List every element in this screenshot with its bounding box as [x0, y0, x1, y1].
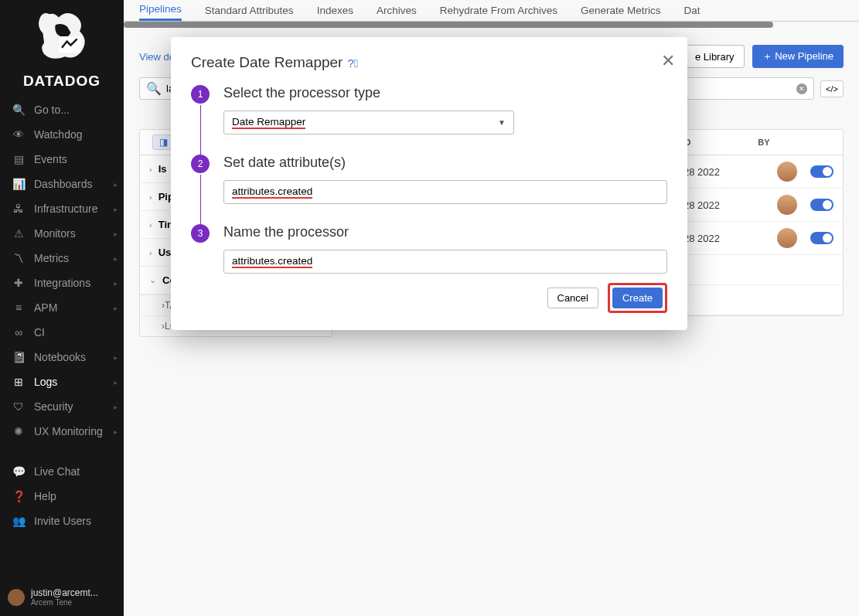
nav-help[interactable]: ❓Help: [0, 484, 124, 509]
nav-label: Logs: [34, 376, 57, 388]
tab-standard-attributes[interactable]: Standard Attributes: [205, 5, 294, 21]
nav-label: Help: [34, 490, 56, 502]
chevron-right-icon: ▸: [114, 427, 118, 436]
button-label: New Pipeline: [775, 50, 833, 62]
nav-events[interactable]: ▤Events: [0, 147, 124, 172]
step-2: 2 Set date attribute(s) attributes.creat…: [191, 155, 667, 204]
tab-pipelines[interactable]: Pipelines: [139, 3, 182, 21]
nav-label: Monitors: [34, 227, 76, 240]
create-highlight: Create: [608, 283, 667, 313]
tab-generate-metrics[interactable]: Generate Metrics: [581, 5, 661, 21]
brand-name: DATADOG: [0, 73, 124, 90]
nav-security[interactable]: 🛡Security▸: [0, 394, 124, 419]
user-email: justin@arcemt...: [31, 588, 98, 598]
chevron-down-icon: ▼: [498, 118, 506, 127]
nav-goto[interactable]: 🔍Go to...: [0, 97, 124, 122]
processor-name-input[interactable]: attributes.created: [223, 250, 667, 274]
processor-type-select[interactable]: Date Remapper ▼: [223, 111, 514, 134]
chevron-right-icon: ▸: [114, 230, 118, 238]
code-toggle-button[interactable]: </>: [820, 80, 844, 97]
chevron-right-icon: ▸: [114, 378, 118, 386]
user-avatar: [8, 589, 25, 606]
tab-indexes[interactable]: Indexes: [317, 5, 353, 21]
tab-rehydrate[interactable]: Rehydrate From Archives: [440, 5, 557, 21]
nav-dashboards[interactable]: 📊Dashboards▸: [0, 172, 124, 196]
nav-ux[interactable]: ✺UX Monitoring▸: [0, 419, 124, 444]
nav-notebooks[interactable]: 📓Notebooks▸: [0, 345, 124, 369]
server-icon: 🖧: [11, 202, 26, 215]
chevron-right-icon: ▸: [114, 304, 118, 312]
horizontal-scrollbar[interactable]: [124, 22, 773, 28]
nav-infrastructure[interactable]: 🖧Infrastructure▸: [0, 196, 124, 221]
chevron-right-icon: ›: [149, 165, 152, 174]
modal-actions: Cancel Create: [191, 283, 667, 313]
modal-title-text: Create Date Remapper: [191, 54, 343, 71]
nav-label: Go to...: [34, 104, 70, 116]
nav-integrations[interactable]: ✚Integrations▸: [0, 271, 124, 295]
nav-label: Infrastructure: [34, 202, 97, 215]
ux-icon: ✺: [11, 425, 26, 437]
step-number: 3: [191, 224, 210, 243]
nav-label: Integrations: [34, 277, 90, 289]
logs-icon: ⊞: [11, 376, 26, 388]
search-icon: 🔍: [11, 104, 26, 116]
chevron-right-icon: ›: [149, 248, 152, 257]
select-value: Date Remapper: [232, 116, 305, 129]
nav-watchdog[interactable]: 👁Watchdog: [0, 122, 124, 147]
nav-label: Notebooks: [34, 351, 86, 363]
nav-monitors[interactable]: ⚠Monitors▸: [0, 221, 124, 246]
pipeline-toggle[interactable]: [810, 232, 833, 244]
chevron-right-icon: ›: [149, 220, 152, 230]
step-3: 3 Name the processor attributes.created: [191, 224, 667, 274]
nav-list: 🔍Go to... 👁Watchdog ▤Events 📊Dashboards▸…: [0, 97, 124, 444]
alert-icon: ⚠: [11, 227, 26, 240]
tab-more[interactable]: Dat: [684, 5, 700, 21]
col-by: BY: [741, 138, 787, 147]
new-pipeline-button[interactable]: ＋ New Pipeline: [752, 45, 844, 68]
nav-logs[interactable]: ⊞Logs▸: [0, 369, 124, 394]
nav-apm[interactable]: ≡APM▸: [0, 295, 124, 320]
step-1: 1 Select the processor type Date Remappe…: [191, 85, 667, 134]
avatar: [777, 195, 797, 215]
user-footer[interactable]: justin@arcemt... Arcem Tene: [0, 584, 124, 611]
nav-label: Invite Users: [34, 515, 91, 527]
nav-label: CI: [34, 326, 45, 339]
nav-metrics[interactable]: 〽Metrics▸: [0, 246, 124, 271]
create-button[interactable]: Create: [612, 288, 663, 308]
puzzle-icon: ✚: [11, 277, 26, 289]
chevron-right-icon: ▸: [114, 180, 118, 189]
notebook-icon: 📓: [11, 351, 26, 363]
chevron-right-icon: ▸: [114, 254, 118, 263]
input-value: attributes.created: [232, 185, 312, 199]
nav-label: UX Monitoring: [34, 425, 103, 437]
nav-invite[interactable]: 👥Invite Users: [0, 509, 124, 533]
tab-archives[interactable]: Archives: [377, 5, 417, 21]
chevron-right-icon: ▸: [114, 205, 118, 213]
cancel-button[interactable]: Cancel: [547, 288, 598, 308]
pipeline-toggle[interactable]: [810, 165, 833, 178]
list-icon: ▤: [11, 153, 26, 165]
date-attributes-input[interactable]: attributes.created: [223, 180, 667, 204]
search-icon: 🔍: [146, 81, 162, 96]
pipeline-toggle[interactable]: [810, 199, 833, 211]
clear-search-icon[interactable]: ✕: [796, 83, 807, 94]
filter-label: Is: [159, 163, 167, 175]
sidebar: DATADOG 🔍Go to... 👁Watchdog ▤Events 📊Das…: [0, 0, 124, 616]
step-number: 2: [191, 155, 210, 173]
datadog-logo-icon: [30, 5, 94, 68]
nav-ci[interactable]: ∞CI: [0, 320, 124, 345]
nav-label: APM: [34, 301, 57, 314]
view-docs-link[interactable]: View do: [139, 51, 175, 63]
close-button[interactable]: ✕: [661, 51, 675, 71]
browse-library-button[interactable]: e Library: [685, 45, 745, 68]
nav-label: Live Chat: [34, 465, 80, 478]
step-title: Set date attribute(s): [223, 155, 667, 171]
chevron-right-icon: ›: [149, 192, 152, 202]
nav-livechat[interactable]: 💬Live Chat: [0, 459, 124, 484]
binoculars-icon: 👁: [11, 128, 26, 141]
nav-bottom-list: 💬Live Chat ❓Help 👥Invite Users: [0, 459, 124, 533]
help-icon[interactable]: ?⃝: [347, 56, 358, 70]
chevron-right-icon: ▸: [114, 353, 118, 362]
chevron-right-icon: ▸: [114, 403, 118, 411]
nav-label: Watchdog: [34, 128, 83, 141]
